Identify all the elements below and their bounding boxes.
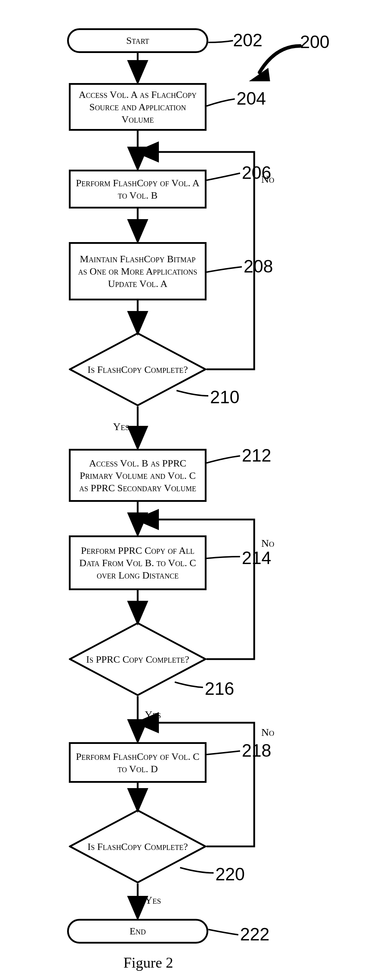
callout-222: 222 xyxy=(240,924,270,945)
start-label: Start xyxy=(126,35,149,46)
step-206-label: Perform FlashCopy of Vol. A to Vol. B xyxy=(74,177,201,202)
decision-216: Is PPRC Copy Complete? xyxy=(69,622,206,696)
callout-206: 206 xyxy=(242,162,271,183)
start-terminal: Start xyxy=(67,28,208,53)
decision-210-label: Is FlashCopy Complete? xyxy=(87,363,188,375)
decision-216-label: Is PPRC Copy Complete? xyxy=(86,653,189,665)
step-214: Perform PPRC Copy of All Data From Vol B… xyxy=(69,535,206,590)
callout-200: 200 xyxy=(300,32,329,52)
end-terminal: End xyxy=(67,919,208,943)
callout-220: 220 xyxy=(215,864,245,885)
edge-no-216: No xyxy=(261,537,274,549)
callout-208: 208 xyxy=(244,256,273,277)
edge-yes-220: Yes xyxy=(145,894,161,906)
step-212-label: Access Vol. B as PPRC Primary Volume and… xyxy=(74,457,201,494)
step-206: Perform FlashCopy of Vol. A to Vol. B xyxy=(69,170,206,208)
decision-220: Is FlashCopy Complete? xyxy=(69,809,206,883)
callout-216: 216 xyxy=(205,679,234,699)
step-218: Perform FlashCopy of Vol. C to Vol. D xyxy=(69,742,206,783)
decision-210: Is FlashCopy Complete? xyxy=(69,332,206,406)
edge-yes-210: Yes xyxy=(113,420,129,433)
callout-214: 214 xyxy=(242,548,271,568)
step-204: Access Vol. A as FlachCopy Source and Ap… xyxy=(69,83,206,131)
step-204-label: Access Vol. A as FlachCopy Source and Ap… xyxy=(74,88,201,126)
step-212: Access Vol. B as PPRC Primary Volume and… xyxy=(69,449,206,502)
edge-no-220: No xyxy=(261,726,274,738)
callout-204: 204 xyxy=(236,88,266,109)
decision-220-label: Is FlashCopy Complete? xyxy=(87,840,188,853)
flowchart-canvas: Start Access Vol. A as FlachCopy Source … xyxy=(7,7,376,980)
step-214-label: Perform PPRC Copy of All Data From Vol B… xyxy=(74,544,201,581)
callout-212: 212 xyxy=(242,445,271,466)
step-218-label: Perform FlashCopy of Vol. C to Vol. D xyxy=(74,750,201,775)
edge-yes-216: Yes xyxy=(145,709,161,721)
step-208: Maintain FlashCopy Bitmap as One or More… xyxy=(69,242,206,301)
callout-218: 218 xyxy=(242,740,271,761)
figure-caption: Figure 2 xyxy=(113,954,184,971)
callout-210: 210 xyxy=(210,387,240,407)
step-208-label: Maintain FlashCopy Bitmap as One or More… xyxy=(74,253,201,290)
end-label: End xyxy=(130,926,146,937)
callout-202: 202 xyxy=(233,30,262,51)
